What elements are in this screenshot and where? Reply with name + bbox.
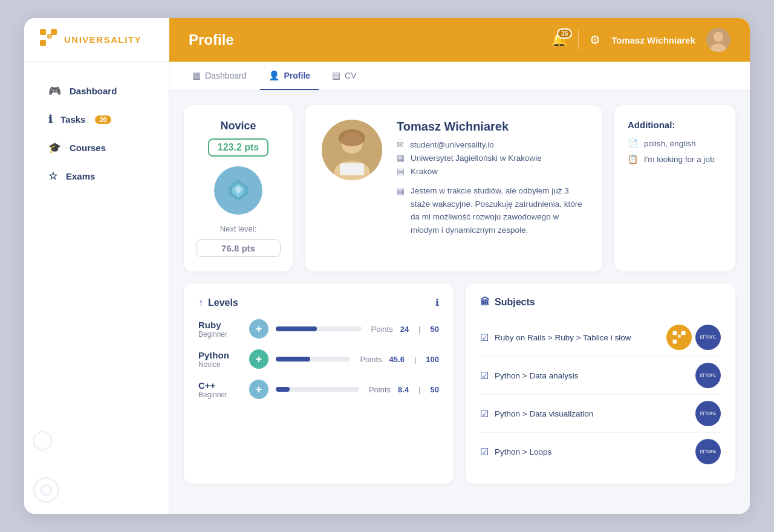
tab-cv[interactable]: ▤ CV [324, 62, 365, 90]
subject-row-1: ☑ Python > Data analysis ITTOFE [480, 357, 721, 395]
user-avatar-large [322, 120, 382, 180]
courses-icon: 🎓 [48, 141, 61, 154]
tasks-label: Tasks [60, 114, 85, 125]
python-points-label: Points [360, 355, 382, 364]
subject-logo-it-2: ITTOFE [695, 401, 721, 426]
email-row: ✉ student@universality.io [397, 140, 585, 149]
user-meta: ✉ student@universality.io ▦ Uniwersytet … [397, 140, 585, 176]
sidebar-item-dashboard[interactable]: 🎮 Dashboard [31, 77, 161, 105]
tab-dashboard-label: Dashboard [205, 71, 247, 80]
python-divider: | [414, 355, 416, 364]
subject-check-2: ☑ [480, 408, 489, 420]
ruby-plus-btn[interactable]: + [249, 319, 268, 339]
levels-info-icon[interactable]: ℹ [435, 297, 439, 308]
subject-logo-it-0: ITTOFE [695, 325, 721, 350]
svg-rect-2 [40, 40, 46, 46]
python-plus-btn[interactable]: + [249, 349, 268, 369]
subject-name-2: ☑ Python > Data visualization [480, 408, 593, 420]
city-row: ▤ Kraków [397, 166, 585, 176]
tab-dashboard-icon: ▦ [192, 70, 201, 81]
subject-name-0: ☑ Ruby on Rails > Ruby > Tablice i słow [480, 332, 631, 343]
profile-row: Novice 123.2 pts Next level: 76.8 pts [184, 105, 735, 271]
python-progress-wrap [276, 357, 350, 362]
content-area: Novice 123.2 pts Next level: 76.8 pts [169, 91, 750, 498]
levels-title-icon: ↑ [198, 297, 203, 308]
logo-area: UNIVERSALITY [24, 18, 169, 62]
main-content: Profile 🔔 35 ⚙ Tomasz Wichniarek [169, 18, 750, 514]
levels-card-header: ↑ Levels ℹ [198, 297, 439, 308]
tab-dashboard[interactable]: ▦ Dashboard [184, 62, 255, 90]
subjects-title-icon: 🏛 [480, 297, 490, 308]
city-icon: ▤ [397, 166, 405, 176]
bio-text: Jestem w trakcie studiów, ale odbyłem ju… [411, 184, 585, 236]
cpp-plus-btn[interactable]: + [249, 380, 268, 399]
bio-icon: ▦ [397, 184, 405, 198]
deco-target-icon: ◎ [31, 467, 161, 507]
subject-name-1: ☑ Python > Data analysis [480, 370, 578, 381]
tab-profile[interactable]: 👤 Profile [260, 62, 319, 90]
cpp-progress-wrap [276, 387, 359, 392]
cpp-points-val: 8.4 [398, 385, 409, 394]
notifications-badge: 35 [557, 28, 572, 39]
subjects-card-header: 🏛 Subjects [480, 297, 721, 308]
deco-person-icon: ⬡ [31, 426, 161, 455]
exams-icon: ☆ [48, 170, 57, 183]
university-icon: ▦ [397, 153, 405, 163]
courses-label: Courses [70, 143, 106, 153]
python-info: Python Novice [198, 350, 242, 369]
cpp-points-label: Points [369, 385, 391, 394]
cpp-name: C++ [198, 380, 242, 391]
subject-logos-0: ITTOFE [666, 325, 721, 350]
subject-check-1: ☑ [480, 370, 489, 381]
svg-rect-15 [673, 331, 677, 336]
python-progress-fill [276, 357, 310, 362]
ruby-points-label: Points [371, 325, 393, 334]
subjects-card: 🏛 Subjects ☑ Ruby on Rails > Ruby > Tabl… [466, 284, 735, 484]
level-row-ruby: Ruby Beginner + Points 24 | 50 [198, 319, 439, 339]
ruby-points-max: 50 [431, 325, 439, 334]
email-icon: ✉ [397, 140, 404, 149]
user-university: Uniwersytet Jagielloński w Krakowie [411, 154, 542, 163]
subject-logos-1: ITTOFE [695, 363, 721, 388]
level-row-cpp: C++ Beginner + Points 8.4 | 50 [198, 380, 439, 399]
notifications-button[interactable]: 🔔 35 [551, 32, 567, 48]
levels-card: ↑ Levels ℹ Ruby Beginner + [184, 284, 454, 484]
svg-rect-0 [40, 29, 46, 35]
subject-text-3: Python > Loops [495, 447, 551, 456]
levels-card-title: ↑ Levels [198, 297, 238, 308]
subject-logo-uni [666, 325, 692, 350]
sidebar-item-exams[interactable]: ☆ Exams [31, 163, 161, 190]
next-level-label: Next level: [220, 224, 257, 233]
python-points-val: 45.6 [389, 355, 405, 364]
header-divider [578, 30, 579, 50]
header-right: 🔔 35 ⚙ Tomasz Wichniarek [551, 28, 730, 52]
python-points-max: 100 [426, 355, 439, 364]
svg-point-5 [714, 32, 723, 42]
languages-icon: 📄 [628, 138, 638, 148]
subject-logos-3: ITTOFE [695, 439, 721, 464]
additional-item-languages: 📄 polish, english [628, 138, 722, 148]
levels-title-text: Levels [208, 297, 238, 308]
page-title: Profile [189, 31, 234, 48]
logo-text: UNIVERSALITY [64, 34, 141, 45]
subject-text-1: Python > Data analysis [495, 371, 578, 380]
top-header: Profile 🔔 35 ⚙ Tomasz Wichniarek [169, 18, 750, 62]
university-row: ▦ Uniwersytet Jagielloński w Krakowie [397, 153, 585, 163]
ruby-progress-wrap [276, 326, 362, 331]
sidebar-item-tasks[interactable]: ℹ Tasks 20 [31, 106, 161, 133]
user-email: student@universality.io [410, 140, 494, 149]
sidebar: UNIVERSALITY 🎮 Dashboard ℹ Tasks 20 🎓 Co… [24, 18, 169, 514]
user-full-name: Tomasz Wichniarek [397, 120, 585, 134]
pts-next: 76.8 pts [196, 239, 281, 257]
python-level: Novice [198, 360, 242, 369]
cpp-divider: | [418, 385, 420, 394]
user-bio: ▦ Jestem w trakcie studiów, ale odbyłem … [397, 184, 585, 236]
settings-button[interactable]: ⚙ [590, 33, 600, 47]
dashboard-label: Dashboard [70, 86, 117, 96]
tab-cv-label: CV [345, 71, 356, 80]
subject-text-0: Ruby on Rails > Ruby > Tablice i słow [495, 333, 631, 342]
cpp-level: Beginner [198, 391, 242, 399]
svg-rect-3 [47, 34, 52, 39]
sidebar-item-courses[interactable]: 🎓 Courses [31, 134, 161, 161]
level-gem [214, 166, 262, 215]
